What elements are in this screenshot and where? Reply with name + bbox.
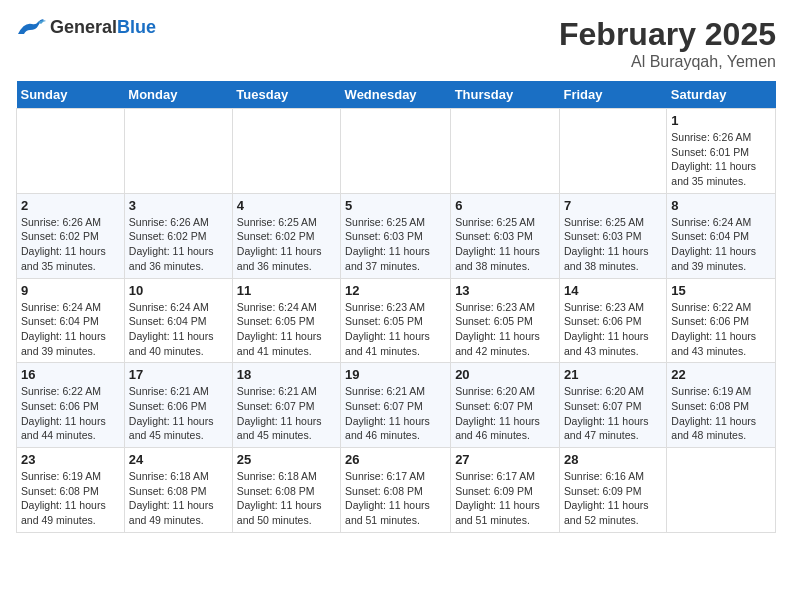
logo-icon: [16, 16, 46, 40]
table-row: 9Sunrise: 6:24 AMSunset: 6:04 PMDaylight…: [17, 278, 125, 363]
table-row: 14Sunrise: 6:23 AMSunset: 6:06 PMDayligh…: [559, 278, 666, 363]
table-row: 2Sunrise: 6:26 AMSunset: 6:02 PMDaylight…: [17, 193, 125, 278]
table-row: 23Sunrise: 6:19 AMSunset: 6:08 PMDayligh…: [17, 448, 125, 533]
table-row: [17, 109, 125, 194]
table-row: [451, 109, 560, 194]
page-title: February 2025: [559, 16, 776, 53]
table-row: 10Sunrise: 6:24 AMSunset: 6:04 PMDayligh…: [124, 278, 232, 363]
table-row: [341, 109, 451, 194]
table-row: 1Sunrise: 6:26 AMSunset: 6:01 PMDaylight…: [667, 109, 776, 194]
header-friday: Friday: [559, 81, 666, 109]
table-row: 8Sunrise: 6:24 AMSunset: 6:04 PMDaylight…: [667, 193, 776, 278]
header-monday: Monday: [124, 81, 232, 109]
table-row: [124, 109, 232, 194]
table-row: 20Sunrise: 6:20 AMSunset: 6:07 PMDayligh…: [451, 363, 560, 448]
header-tuesday: Tuesday: [232, 81, 340, 109]
table-row: 27Sunrise: 6:17 AMSunset: 6:09 PMDayligh…: [451, 448, 560, 533]
table-row: 26Sunrise: 6:17 AMSunset: 6:08 PMDayligh…: [341, 448, 451, 533]
table-row: 15Sunrise: 6:22 AMSunset: 6:06 PMDayligh…: [667, 278, 776, 363]
header-thursday: Thursday: [451, 81, 560, 109]
header-sunday: Sunday: [17, 81, 125, 109]
table-row: 5Sunrise: 6:25 AMSunset: 6:03 PMDaylight…: [341, 193, 451, 278]
table-row: 6Sunrise: 6:25 AMSunset: 6:03 PMDaylight…: [451, 193, 560, 278]
table-row: 11Sunrise: 6:24 AMSunset: 6:05 PMDayligh…: [232, 278, 340, 363]
table-row: 18Sunrise: 6:21 AMSunset: 6:07 PMDayligh…: [232, 363, 340, 448]
table-row: 28Sunrise: 6:16 AMSunset: 6:09 PMDayligh…: [559, 448, 666, 533]
table-row: 4Sunrise: 6:25 AMSunset: 6:02 PMDaylight…: [232, 193, 340, 278]
page-subtitle: Al Burayqah, Yemen: [559, 53, 776, 71]
logo: GeneralBlue: [16, 16, 156, 40]
table-row: 24Sunrise: 6:18 AMSunset: 6:08 PMDayligh…: [124, 448, 232, 533]
table-row: 21Sunrise: 6:20 AMSunset: 6:07 PMDayligh…: [559, 363, 666, 448]
calendar-header: Sunday Monday Tuesday Wednesday Thursday…: [17, 81, 776, 109]
calendar-body: 1Sunrise: 6:26 AMSunset: 6:01 PMDaylight…: [17, 109, 776, 533]
table-row: 16Sunrise: 6:22 AMSunset: 6:06 PMDayligh…: [17, 363, 125, 448]
calendar-table: Sunday Monday Tuesday Wednesday Thursday…: [16, 81, 776, 533]
header-saturday: Saturday: [667, 81, 776, 109]
table-row: [559, 109, 666, 194]
table-row: 17Sunrise: 6:21 AMSunset: 6:06 PMDayligh…: [124, 363, 232, 448]
table-row: 25Sunrise: 6:18 AMSunset: 6:08 PMDayligh…: [232, 448, 340, 533]
header-wednesday: Wednesday: [341, 81, 451, 109]
table-row: 3Sunrise: 6:26 AMSunset: 6:02 PMDaylight…: [124, 193, 232, 278]
table-row: [667, 448, 776, 533]
table-row: 19Sunrise: 6:21 AMSunset: 6:07 PMDayligh…: [341, 363, 451, 448]
table-row: 13Sunrise: 6:23 AMSunset: 6:05 PMDayligh…: [451, 278, 560, 363]
page-header: GeneralBlue February 2025 Al Burayqah, Y…: [16, 16, 776, 71]
table-row: 7Sunrise: 6:25 AMSunset: 6:03 PMDaylight…: [559, 193, 666, 278]
table-row: 12Sunrise: 6:23 AMSunset: 6:05 PMDayligh…: [341, 278, 451, 363]
table-row: [232, 109, 340, 194]
logo-text: GeneralBlue: [50, 18, 156, 38]
table-row: 22Sunrise: 6:19 AMSunset: 6:08 PMDayligh…: [667, 363, 776, 448]
title-block: February 2025 Al Burayqah, Yemen: [559, 16, 776, 71]
